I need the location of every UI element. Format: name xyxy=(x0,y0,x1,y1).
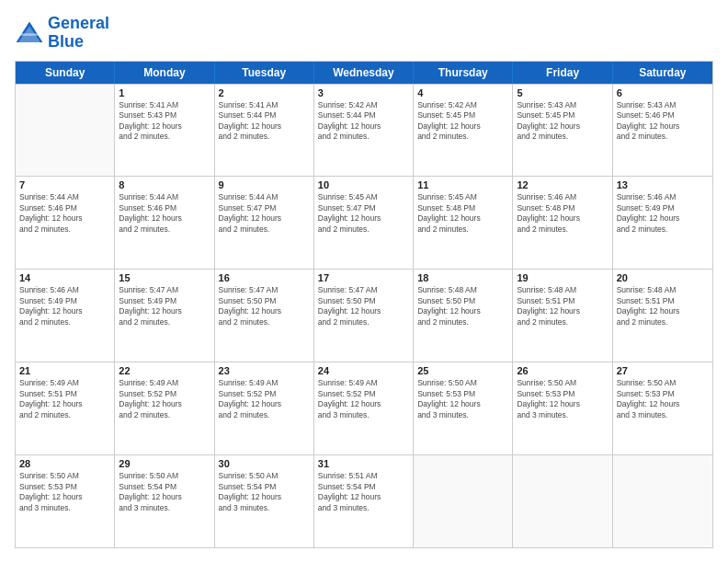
cell-info-line: Sunset: 5:50 PM xyxy=(417,296,508,306)
cell-info-line: and 2 minutes. xyxy=(19,317,110,327)
cell-info-line: Sunrise: 5:47 AM xyxy=(119,285,210,295)
cell-info-line: Sunset: 5:45 PM xyxy=(417,110,508,121)
cell-info-line: Sunset: 5:52 PM xyxy=(119,389,210,399)
cell-info-line: Sunrise: 5:48 AM xyxy=(517,285,608,295)
day-number: 8 xyxy=(119,179,210,190)
day-number: 7 xyxy=(19,179,110,190)
day-cell-18: 18Sunrise: 5:48 AMSunset: 5:50 PMDayligh… xyxy=(414,270,513,362)
calendar-row-4: 21Sunrise: 5:49 AMSunset: 5:51 PMDayligh… xyxy=(16,362,712,454)
cell-info-line: Sunset: 5:47 PM xyxy=(318,203,409,213)
cell-info-line: Sunrise: 5:49 AM xyxy=(119,378,210,388)
cell-info-line: Daylight: 12 hours xyxy=(19,492,110,502)
cell-info-line: Daylight: 12 hours xyxy=(119,306,210,316)
cell-info-line: Daylight: 12 hours xyxy=(219,213,310,224)
cell-info-line: Daylight: 12 hours xyxy=(318,121,409,132)
calendar-header: SundayMondayTuesdayWednesdayThursdayFrid… xyxy=(16,62,712,84)
cell-info-line: Daylight: 12 hours xyxy=(19,399,110,409)
cell-info-line: Sunrise: 5:44 AM xyxy=(219,192,310,202)
cell-info-line: Daylight: 12 hours xyxy=(219,306,310,316)
day-cell-14: 14Sunrise: 5:46 AMSunset: 5:49 PMDayligh… xyxy=(16,270,115,362)
cell-info-line: Daylight: 12 hours xyxy=(119,492,210,502)
day-number: 18 xyxy=(417,272,508,283)
cell-info-line: Sunrise: 5:49 AM xyxy=(19,378,110,388)
day-number: 10 xyxy=(318,179,409,190)
cell-info-line: and 2 minutes. xyxy=(318,317,409,327)
cell-info-line: Sunrise: 5:50 AM xyxy=(219,471,310,481)
day-cell-13: 13Sunrise: 5:46 AMSunset: 5:49 PMDayligh… xyxy=(613,177,712,269)
cell-info-line: and 2 minutes. xyxy=(119,410,210,420)
day-cell-3: 3Sunrise: 5:42 AMSunset: 5:44 PMDaylight… xyxy=(314,85,414,177)
cell-info-line: and 2 minutes. xyxy=(318,132,409,142)
day-number: 19 xyxy=(517,272,608,283)
cell-info-line: Daylight: 12 hours xyxy=(517,213,608,224)
cell-info-line: Sunrise: 5:44 AM xyxy=(19,192,110,202)
day-cell-16: 16Sunrise: 5:47 AMSunset: 5:50 PMDayligh… xyxy=(215,270,314,362)
cell-info-line: Sunrise: 5:47 AM xyxy=(318,285,409,295)
logo-icon xyxy=(15,20,44,46)
day-cell-17: 17Sunrise: 5:47 AMSunset: 5:50 PMDayligh… xyxy=(314,270,414,362)
day-cell-20: 20Sunrise: 5:48 AMSunset: 5:51 PMDayligh… xyxy=(613,270,712,362)
cell-info-line: Sunset: 5:50 PM xyxy=(219,296,310,306)
cell-info-line: and 3 minutes. xyxy=(318,503,409,513)
cell-info-line: and 2 minutes. xyxy=(417,132,508,142)
weekday-header-friday: Friday xyxy=(513,62,612,84)
cell-info-line: and 2 minutes. xyxy=(517,224,608,235)
cell-info-line: Daylight: 12 hours xyxy=(19,213,110,224)
day-number: 13 xyxy=(617,179,709,190)
cell-info-line: Sunrise: 5:46 AM xyxy=(617,192,709,202)
cell-info-line: Daylight: 12 hours xyxy=(417,399,508,409)
cell-info-line: Sunset: 5:53 PM xyxy=(617,389,709,399)
day-cell-8: 8Sunrise: 5:44 AMSunset: 5:46 PMDaylight… xyxy=(115,177,214,269)
cell-info-line: Daylight: 12 hours xyxy=(19,306,110,316)
day-cell-22: 22Sunrise: 5:49 AMSunset: 5:52 PMDayligh… xyxy=(115,362,214,454)
day-cell-28: 28Sunrise: 5:50 AMSunset: 5:53 PMDayligh… xyxy=(16,455,115,547)
day-number: 1 xyxy=(119,87,210,98)
day-cell-21: 21Sunrise: 5:49 AMSunset: 5:51 PMDayligh… xyxy=(16,362,115,454)
cell-info-line: Sunset: 5:45 PM xyxy=(517,110,608,121)
logo-text: General Blue xyxy=(48,15,109,52)
cell-info-line: Sunrise: 5:50 AM xyxy=(19,471,110,481)
cell-info-line: Daylight: 12 hours xyxy=(417,213,508,224)
cell-info-line: Daylight: 12 hours xyxy=(119,213,210,224)
cell-info-line: Sunset: 5:53 PM xyxy=(417,389,508,399)
cell-info-line: Sunrise: 5:42 AM xyxy=(417,100,508,110)
day-number: 30 xyxy=(219,458,310,469)
day-number: 22 xyxy=(119,365,210,376)
empty-cell-4-6 xyxy=(613,455,712,547)
cell-info-line: Sunrise: 5:48 AM xyxy=(617,285,709,295)
cell-info-line: and 2 minutes. xyxy=(417,317,508,327)
svg-rect-2 xyxy=(20,33,38,35)
day-number: 11 xyxy=(417,179,508,190)
day-cell-24: 24Sunrise: 5:49 AMSunset: 5:52 PMDayligh… xyxy=(314,362,414,454)
day-number: 14 xyxy=(19,272,110,283)
cell-info-line: Sunrise: 5:49 AM xyxy=(318,378,409,388)
day-number: 6 xyxy=(617,87,709,98)
day-number: 26 xyxy=(517,365,608,376)
cell-info-line: and 2 minutes. xyxy=(517,317,608,327)
cell-info-line: Sunrise: 5:50 AM xyxy=(119,471,210,481)
cell-info-line: Sunset: 5:46 PM xyxy=(119,203,210,213)
cell-info-line: Sunrise: 5:45 AM xyxy=(417,192,508,202)
day-cell-6: 6Sunrise: 5:43 AMSunset: 5:46 PMDaylight… xyxy=(613,85,712,177)
cell-info-line: and 2 minutes. xyxy=(219,410,310,420)
cell-info-line: Sunrise: 5:46 AM xyxy=(19,285,110,295)
day-cell-4: 4Sunrise: 5:42 AMSunset: 5:45 PMDaylight… xyxy=(414,85,513,177)
cell-info-line: Daylight: 12 hours xyxy=(119,399,210,409)
cell-info-line: Sunrise: 5:42 AM xyxy=(318,100,409,110)
cell-info-line: and 2 minutes. xyxy=(417,224,508,235)
cell-info-line: and 2 minutes. xyxy=(119,132,210,142)
weekday-header-sunday: Sunday xyxy=(16,62,115,84)
cell-info-line: Sunrise: 5:50 AM xyxy=(417,378,508,388)
cell-info-line: Sunset: 5:52 PM xyxy=(219,389,310,399)
weekday-header-thursday: Thursday xyxy=(414,62,513,84)
cell-info-line: Sunrise: 5:45 AM xyxy=(318,192,409,202)
calendar-row-1: 1Sunrise: 5:41 AMSunset: 5:43 PMDaylight… xyxy=(16,84,712,177)
weekday-header-tuesday: Tuesday xyxy=(215,62,314,84)
cell-info-line: Sunrise: 5:44 AM xyxy=(119,192,210,202)
day-cell-9: 9Sunrise: 5:44 AMSunset: 5:47 PMDaylight… xyxy=(215,177,314,269)
empty-cell-4-5 xyxy=(513,455,612,547)
cell-info-line: Sunset: 5:54 PM xyxy=(219,482,310,492)
day-number: 25 xyxy=(417,365,508,376)
cell-info-line: Daylight: 12 hours xyxy=(219,399,310,409)
cell-info-line: Sunset: 5:48 PM xyxy=(517,203,608,213)
